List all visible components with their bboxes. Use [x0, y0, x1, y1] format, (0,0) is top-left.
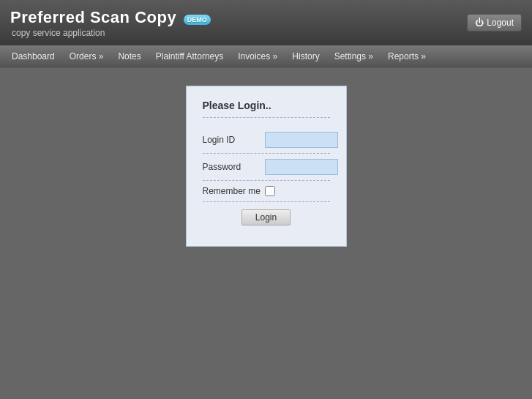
- nav-item-settings[interactable]: Settings »: [327, 48, 381, 65]
- logout-icon: ⏻: [475, 18, 484, 28]
- remember-me-checkbox[interactable]: [265, 186, 275, 196]
- login-button[interactable]: Login: [241, 209, 291, 225]
- main-content: Please Login.. Login ID Password Remembe…: [0, 67, 532, 399]
- login-submit-row: Login: [203, 202, 330, 225]
- nav-item-notes[interactable]: Notes: [110, 48, 148, 65]
- nav-item-reports[interactable]: Reports »: [381, 48, 433, 65]
- logout-button[interactable]: ⏻ Logout: [467, 14, 522, 31]
- header-branding: Preferred Scan Copy DEMO copy service ap…: [10, 8, 211, 38]
- main-navbar: Dashboard Orders » Notes Plaintiff Attor…: [0, 45, 532, 67]
- app-title-row: Preferred Scan Copy DEMO: [10, 8, 211, 27]
- nav-item-history[interactable]: History: [285, 48, 326, 65]
- logout-label: Logout: [487, 18, 514, 28]
- app-title: Preferred Scan Copy: [10, 8, 176, 26]
- app-header: Preferred Scan Copy DEMO copy service ap…: [0, 0, 532, 45]
- password-input[interactable]: [265, 159, 338, 175]
- login-title: Please Login..: [203, 100, 330, 118]
- nav-item-dashboard[interactable]: Dashboard: [4, 48, 62, 65]
- nav-item-orders[interactable]: Orders »: [62, 48, 111, 65]
- password-label: Password: [203, 162, 265, 172]
- remember-me-label: Remember me: [203, 186, 265, 196]
- password-row: Password: [203, 154, 330, 181]
- demo-badge: DEMO: [184, 15, 211, 25]
- login-id-label: Login ID: [203, 135, 265, 145]
- remember-me-row: Remember me: [203, 181, 330, 202]
- nav-item-invoices[interactable]: Invoices »: [231, 48, 285, 65]
- login-id-input[interactable]: [265, 132, 338, 148]
- login-form-box: Please Login.. Login ID Password Remembe…: [186, 86, 347, 247]
- app-subtitle: copy service application: [12, 28, 211, 38]
- nav-item-plaintiff-attorneys[interactable]: Plaintiff Attorneys: [149, 48, 231, 65]
- login-id-row: Login ID: [203, 127, 330, 154]
